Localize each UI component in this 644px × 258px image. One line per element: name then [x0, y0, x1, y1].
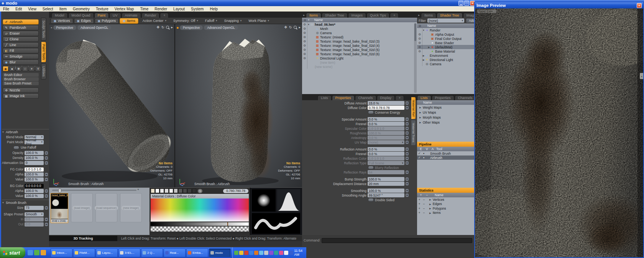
name-column-header[interactable]: Name: [427, 24, 436, 28]
expander-arrow[interactable]: ▶: [427, 46, 430, 48]
size-field[interactable]: 73: [25, 206, 44, 210]
zoom-icon[interactable]: [294, 26, 297, 29]
deselect-minus-button[interactable]: −: [422, 202, 426, 206]
panel-scroll-icon[interactable]: ▸: [302, 13, 306, 18]
spinner[interactable]: ◂▸: [406, 161, 409, 165]
item-row[interactable]: ⊙ ▩ Texture: Image: head_bake_final_02d …: [302, 43, 417, 48]
tray-icon[interactable]: [269, 251, 273, 255]
item-row[interactable]: ⊙ ▩ Texture: Image: head_bake_final_02d …: [302, 39, 417, 43]
property-field[interactable]: 100.0 %▾: [368, 189, 404, 193]
value-gradient-strip[interactable]: [151, 222, 249, 226]
name-column-header[interactable]: Name: [314, 18, 323, 22]
tab[interactable]: Images: [348, 13, 366, 18]
tool-category-tab[interactable]: Utilities: [41, 63, 46, 79]
item-row[interactable]: ⊙ (new item): [302, 60, 417, 64]
numeric-field[interactable]: 100.0 %: [25, 189, 44, 193]
pan-icon[interactable]: ✥: [156, 25, 159, 29]
item-row[interactable]: ⊙ ▩ Texture: Image: head_bake_final_02d …: [302, 52, 417, 56]
property-field[interactable]: 1.0 1.0 1.0▾: [368, 156, 404, 160]
use-falloff-checkbox[interactable]: [13, 146, 19, 149]
ink-button[interactable]: ✣ Nozzle: [3, 88, 39, 93]
eye-icon[interactable]: ⊙: [302, 31, 307, 35]
tri-right-icon[interactable]: ▶: [419, 106, 421, 109]
numeric-field[interactable]: 100.0 %: [25, 156, 44, 160]
taskbar-task-button[interactable]: 2 Q...: [141, 248, 163, 257]
quick-launch-icon[interactable]: [41, 250, 46, 255]
viewport-menu-icon[interactable]: ▸: [171, 25, 173, 29]
tray-icon[interactable]: [249, 251, 253, 255]
tri-right-icon[interactable]: ▶: [419, 116, 421, 119]
texture-preview[interactable]: Type: Clos... ◂: [475, 8, 643, 257]
brush-tip-button[interactable]: ✦: [29, 66, 34, 71]
color-swatch[interactable]: [151, 189, 155, 193]
saturation-button[interactable]: S: [198, 189, 202, 193]
viewport-menu-icon[interactable]: ▸: [299, 25, 301, 29]
image-slot-button[interactable]: (load sequence): [95, 193, 117, 222]
brush-tip-button[interactable]: ●: [9, 66, 15, 71]
tab[interactable]: Properties: [432, 95, 454, 100]
menu-item[interactable]: View: [25, 7, 39, 11]
tray-icon[interactable]: [254, 251, 258, 255]
tab[interactable]: Animate: [122, 13, 141, 18]
tab[interactable]: Items: [421, 13, 436, 18]
property-field[interactable]: 100.0 %▾: [368, 177, 404, 181]
bg-color-field[interactable]: 0.0 0.0 0.0: [25, 184, 44, 188]
property-field[interactable]: 15.0 %▾: [368, 101, 404, 105]
image-slot-button[interactable]: (new image): [120, 193, 142, 222]
taskbar-task-button[interactable]: 3:\EL...: [118, 248, 140, 257]
numeric-field[interactable]: 100.0 %: [25, 151, 44, 155]
tri-right-icon[interactable]: ▶: [429, 198, 431, 201]
taskbar-clock[interactable]: 11:54 AM: [294, 249, 305, 256]
tray-icon[interactable]: [279, 251, 283, 255]
tab[interactable]: UV: [109, 13, 121, 18]
view-type-button[interactable]: Perspective: [53, 25, 76, 30]
tool-button[interactable]: ╱ Line: [3, 42, 39, 48]
eye-icon[interactable]: ⊙: [302, 35, 307, 39]
tray-icon[interactable]: [244, 251, 248, 255]
tool-category-tab[interactable]: Paint Tools: [41, 41, 46, 63]
tool-button[interactable]: ◧ Fill: [3, 48, 39, 53]
checkbox[interactable]: [368, 198, 374, 202]
tray-icon[interactable]: [289, 251, 293, 255]
item-row[interactable]: ⊙ ☀ Directional Light: [302, 56, 417, 60]
spinner[interactable]: ◂▸: [406, 127, 409, 130]
select-plus-button[interactable]: +: [417, 198, 422, 202]
property-field[interactable]: 1.0 1.0 1.0▾: [368, 126, 404, 131]
property-field[interactable]: 0.0 %▾: [368, 152, 404, 156]
color-swatch[interactable]: [192, 189, 196, 193]
spinner[interactable]: ◂▸: [45, 173, 48, 176]
enable-check[interactable]: ✓: [417, 156, 422, 159]
spinner[interactable]: ◂▸: [45, 223, 48, 226]
filter-select[interactable]: (none)▾: [427, 18, 464, 23]
pan-icon[interactable]: ✥: [284, 25, 287, 29]
brush-link[interactable]: Save Brush Preset: [3, 81, 39, 85]
spinner[interactable]: ◂▸: [45, 151, 48, 155]
numeric-field[interactable]: 100.0 %: [25, 172, 44, 177]
orbit-icon[interactable]: ↻: [161, 25, 164, 29]
spinner[interactable]: ◂▸: [45, 218, 48, 221]
eye-icon[interactable]: ⊙: [417, 45, 422, 49]
taskbar-task-button[interactable]: FileM...: [73, 248, 95, 257]
spinner[interactable]: ◂▸: [45, 156, 48, 160]
eye-icon[interactable]: ⊙: [302, 44, 307, 47]
hue-saturation-gradient[interactable]: [151, 198, 249, 222]
tab[interactable]: Paint: [94, 13, 109, 18]
menu-item[interactable]: System: [188, 7, 207, 11]
menu-item[interactable]: Time: [137, 7, 151, 11]
numeric-field[interactable]: 0.0: [25, 222, 44, 227]
material-sub-tab[interactable]: Material Ref: [411, 97, 416, 119]
tab[interactable]: Shader Tree: [322, 13, 348, 18]
tray-icon[interactable]: [259, 251, 263, 255]
item-row[interactable]: ⊙ ▩ Texture: Image: head_bake_final_02d …: [302, 48, 417, 52]
eye-icon[interactable]: ⊙: [302, 56, 307, 60]
eye-icon[interactable]: ⊙: [302, 48, 307, 51]
tri-right-icon[interactable]: ▶: [429, 203, 431, 205]
eye-icon[interactable]: ⊙: [302, 40, 307, 43]
tool-button[interactable]: ◉ Blur: [3, 60, 39, 65]
color-swatch[interactable]: [183, 189, 187, 193]
property-field[interactable]: 0.78 0.78 0.78▾: [368, 106, 404, 110]
spinner[interactable]: ◂▸: [45, 178, 48, 181]
tool-button[interactable]: ❏ Clone: [3, 36, 39, 42]
viewport-left[interactable]: ◂ Perspective Advanced OpenGL ✥ ↻ ▸ No I…: [49, 24, 175, 187]
command-input[interactable]: [322, 238, 472, 243]
